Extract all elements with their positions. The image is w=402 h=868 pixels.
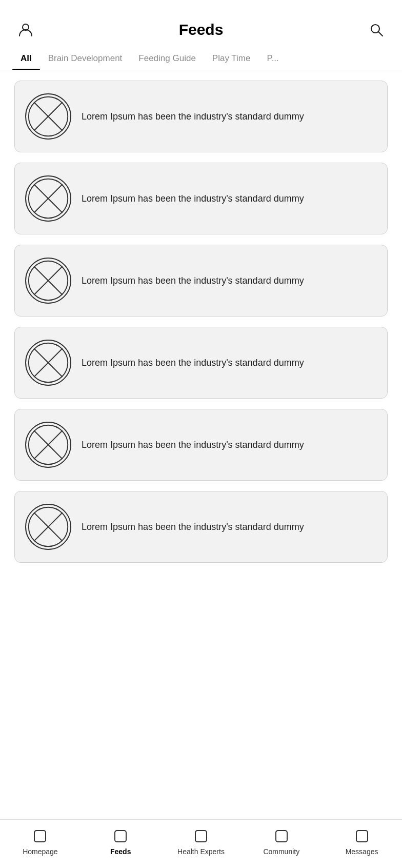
nav-item-homepage[interactable]: Homepage [0,828,81,856]
nav-item-community[interactable]: Community [241,828,321,856]
tab-more[interactable]: P... [258,47,287,70]
person-icon[interactable] [16,21,35,39]
nav-label-community: Community [263,847,299,856]
header: Feeds [0,0,402,47]
feed-text-2: Lorem Ipsum has been the industry's stan… [82,192,377,206]
home-icon [32,828,48,844]
feed-text-5: Lorem Ipsum has been the industry's stan… [82,438,377,452]
feed-card-4[interactable]: Lorem Ipsum has been the industry's stan… [14,327,388,399]
tab-feeding-guide[interactable]: Feeding Guide [130,47,204,70]
feed-card-6[interactable]: Lorem Ipsum has been the industry's stan… [14,491,388,563]
feed-image-placeholder [25,340,71,386]
feed-image-placeholder [25,504,71,550]
nav-label-messages: Messages [346,847,378,856]
tab-all[interactable]: All [12,47,40,70]
svg-rect-22 [115,831,126,842]
svg-rect-23 [195,831,207,842]
svg-rect-25 [356,831,368,842]
page-title: Feeds [179,21,224,38]
nav-item-messages[interactable]: Messages [321,828,402,856]
feed-text-1: Lorem Ipsum has been the industry's stan… [82,110,377,124]
community-icon [273,828,290,844]
feed-card-2[interactable]: Lorem Ipsum has been the industry's stan… [14,163,388,234]
feed-image-placeholder [25,175,71,222]
tab-brain-development[interactable]: Brain Development [40,47,131,70]
svg-rect-24 [276,831,287,842]
bottom-nav: Homepage Feeds Health Experts Community [0,819,402,868]
feed-card-3[interactable]: Lorem Ipsum has been the industry's stan… [14,245,388,317]
feed-image-placeholder [25,258,71,304]
nav-item-health-experts[interactable]: Health Experts [161,828,242,856]
feed-text-4: Lorem Ipsum has been the industry's stan… [82,356,377,370]
nav-label-homepage: Homepage [23,847,58,856]
search-icon[interactable] [367,21,386,39]
feed-card-5[interactable]: Lorem Ipsum has been the industry's stan… [14,409,388,481]
tab-play-time[interactable]: Play Time [204,47,259,70]
tabs-bar: All Brain Development Feeding Guide Play… [0,47,402,70]
feed-text-6: Lorem Ipsum has been the industry's stan… [82,520,377,534]
feed-card-1[interactable]: Lorem Ipsum has been the industry's stan… [14,81,388,152]
svg-rect-21 [34,831,46,842]
nav-label-feeds: Feeds [110,847,131,856]
feeds-icon [112,828,129,844]
health-icon [193,828,209,844]
nav-label-health-experts: Health Experts [177,847,225,856]
messages-icon [354,828,370,844]
feed-image-placeholder [25,93,71,140]
nav-item-feeds[interactable]: Feeds [81,828,161,856]
svg-line-2 [378,32,383,36]
feed-text-3: Lorem Ipsum has been the industry's stan… [82,274,377,288]
feed-image-placeholder [25,422,71,468]
feed-list: Lorem Ipsum has been the industry's stan… [0,70,402,819]
